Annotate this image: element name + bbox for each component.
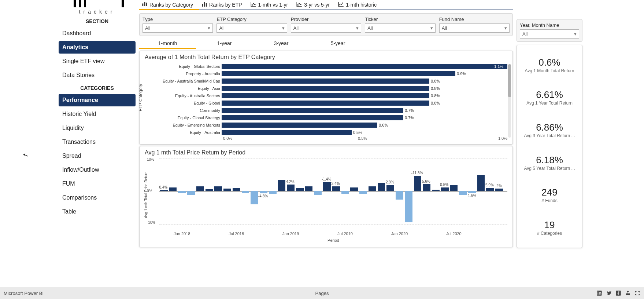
column[interactable]	[223, 158, 232, 224]
column[interactable]	[313, 158, 322, 224]
period-tab-3-year[interactable]: 3-year	[253, 39, 310, 49]
period-tab-1-year[interactable]: 1-year	[196, 39, 253, 49]
hbar-bar[interactable]	[222, 108, 403, 113]
filter-dropdown[interactable]: All	[216, 23, 287, 33]
tab-ranks-by-etp[interactable]: Ranks by ETP	[199, 0, 248, 10]
twitter-icon[interactable]	[606, 290, 612, 296]
hbar-category: Equity - Australia	[145, 130, 222, 135]
nav-section-data-stories[interactable]: Data Stories	[59, 69, 136, 81]
column[interactable]	[359, 158, 368, 224]
hbar-bar[interactable]	[222, 64, 507, 69]
column[interactable]	[304, 158, 314, 224]
vertical-scrollbar[interactable]	[508, 64, 511, 138]
column[interactable]	[349, 158, 359, 224]
column[interactable]	[268, 158, 277, 224]
filter-dropdown[interactable]: All	[439, 23, 510, 33]
column[interactable]	[368, 158, 377, 224]
nav-category-performance[interactable]: Performance	[59, 94, 136, 106]
filter-label: Type	[143, 17, 213, 22]
tab-1-mth-historic[interactable]: 1-mth historic	[336, 0, 382, 10]
hbar-bar[interactable]	[222, 130, 352, 135]
hbar-category: Equity - Australia Sectors	[145, 94, 222, 98]
column[interactable]: 0.5%	[440, 158, 449, 224]
chart-card-columns: Avg 1 mth Total Price Return by Period A…	[139, 146, 513, 247]
hbar-bar[interactable]	[222, 86, 429, 91]
tab-icon	[296, 1, 303, 9]
column[interactable]	[404, 158, 413, 224]
column[interactable]	[395, 158, 404, 224]
linkedin-icon[interactable]	[596, 290, 602, 296]
filter-label: Ticker	[365, 17, 435, 22]
nav-section-analytics[interactable]: Analytics	[59, 41, 136, 54]
hbar-bar[interactable]	[222, 79, 429, 84]
filter-label: Provider	[291, 17, 361, 22]
nav-category-comparisons[interactable]: Comparisons	[59, 192, 136, 204]
column[interactable]	[177, 158, 186, 224]
nav-category-table[interactable]: Table	[59, 205, 136, 218]
period-tab-1-month[interactable]: 1-month	[139, 39, 196, 49]
column[interactable]	[196, 158, 205, 224]
facebook-icon[interactable]	[615, 290, 621, 296]
filter-type: TypeAll	[143, 17, 213, 33]
x-tick: Jul 2018	[229, 231, 244, 236]
column[interactable]	[341, 158, 350, 224]
column[interactable]	[232, 158, 241, 224]
hbar-bar[interactable]	[222, 123, 377, 128]
column[interactable]	[186, 158, 196, 224]
column[interactable]	[377, 158, 386, 224]
filter-dropdown[interactable]: All	[291, 23, 361, 33]
column[interactable]	[205, 158, 214, 224]
kpi-value: 6.61%	[518, 89, 581, 101]
column[interactable]	[431, 158, 440, 224]
column[interactable]	[169, 158, 178, 224]
y-tick: 10%	[147, 157, 154, 161]
column[interactable]: -11.3%	[413, 158, 422, 224]
column[interactable]	[277, 158, 286, 224]
column[interactable]	[458, 158, 467, 224]
column[interactable]	[295, 158, 304, 224]
svg-rect-1	[144, 2, 145, 6]
column[interactable]: 2.9%	[386, 158, 395, 224]
nav-category-transactions[interactable]: Transactions	[59, 136, 136, 148]
tab-3-yr-vs-5-yr[interactable]: 3-yr vs 5-yr	[294, 0, 336, 10]
column[interactable]	[214, 158, 223, 224]
column[interactable]: 5.9%	[485, 158, 495, 224]
hbar-category: Equity - Australia Small/Mid Cap	[145, 79, 222, 83]
nav-category-spread[interactable]: Spread	[59, 150, 136, 162]
kpi-label: Avg 3 Year Total Return ...	[518, 133, 581, 138]
column[interactable]: -1.4%	[322, 158, 332, 224]
svg-rect-13	[597, 292, 598, 295]
tab-ranks-by-category[interactable]: Ranks by Category	[139, 0, 199, 10]
nav-category-historic-yield[interactable]: Historic Yield	[59, 108, 136, 120]
column[interactable]	[250, 158, 259, 224]
tab-1-mth-vs-1-yr[interactable]: 1-mth vs 1-yr	[248, 0, 294, 10]
hbar-bar[interactable]	[222, 115, 403, 120]
share-icon[interactable]	[625, 290, 631, 296]
hbar-bar[interactable]	[222, 101, 429, 106]
nav-section-single-etf-view[interactable]: Single ETF view	[59, 55, 136, 68]
footer-pages[interactable]: Pages	[315, 291, 329, 296]
fullscreen-icon[interactable]	[634, 290, 640, 296]
filter-dropdown[interactable]: All	[143, 23, 213, 33]
filter-dropdown[interactable]: All	[365, 23, 435, 33]
hbar-bar[interactable]	[222, 93, 429, 98]
column[interactable]: 3.4%	[332, 158, 341, 224]
column-label: .2%	[489, 184, 508, 188]
column[interactable]	[477, 158, 486, 224]
nav-category-liquidity[interactable]: Liquidity	[59, 122, 136, 134]
hbar-value: 0.8%	[431, 79, 440, 83]
column[interactable]: .2%	[495, 158, 504, 224]
column[interactable]: -4.8%	[259, 158, 268, 224]
column[interactable]: -1.5%	[467, 158, 477, 224]
nav-category-inflow-outflow[interactable]: Inflow/Outflow	[59, 164, 136, 176]
hbar-bar[interactable]	[222, 71, 455, 76]
column[interactable]: 4.2%	[286, 158, 295, 224]
column[interactable]: 5.6%	[422, 158, 431, 224]
nav-category-fum[interactable]: FUM	[59, 178, 136, 190]
column[interactable]: 0.4%	[159, 158, 169, 224]
column[interactable]	[449, 158, 459, 224]
filter-dropdown[interactable]: All	[520, 29, 579, 39]
nav-section-dashboard[interactable]: Dashboard	[59, 27, 136, 40]
period-tab-5-year[interactable]: 5-year	[310, 39, 366, 49]
column[interactable]	[241, 158, 250, 224]
